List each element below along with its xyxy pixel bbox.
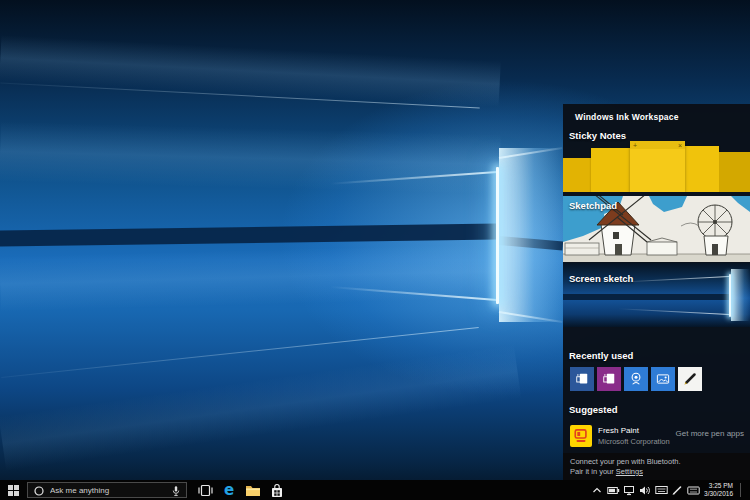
windows-ink-workspace-panel: Windows Ink Workspace Sticky Notes + × xyxy=(563,104,750,480)
mail-app-tile[interactable] xyxy=(570,367,594,391)
sticky-note-add-icon[interactable]: + xyxy=(633,142,637,149)
pen-sketch-app-tile[interactable] xyxy=(678,367,702,391)
file-explorer-icon xyxy=(245,484,261,497)
onenote-app-tile[interactable] xyxy=(597,367,621,391)
pen-app-icon xyxy=(681,370,699,388)
taskbar-clock[interactable]: 3:25 PM 3/30/2016 xyxy=(701,482,735,498)
show-desktop-button[interactable] xyxy=(745,480,750,500)
camera-app-tile[interactable] xyxy=(624,367,648,391)
photos-app-icon xyxy=(654,370,672,388)
system-tray: 3:25 PM 3/30/2016 xyxy=(589,480,750,500)
screen-sketch-label: Screen sketch xyxy=(569,273,633,284)
suggested-app-name[interactable]: Fresh Paint xyxy=(598,426,639,435)
fresh-paint-logo xyxy=(572,427,590,445)
store-icon xyxy=(270,483,284,498)
suggested-app-publisher: Microsoft Corporation xyxy=(598,437,670,446)
file-explorer-button[interactable] xyxy=(241,480,265,500)
taskbar: e xyxy=(0,480,750,500)
pen-icon xyxy=(671,484,683,496)
tray-expand-button[interactable] xyxy=(589,480,605,500)
sticky-notes-preview[interactable]: + × xyxy=(563,141,750,192)
windows-logo-icon xyxy=(8,485,19,496)
microphone-icon[interactable] xyxy=(170,485,182,497)
sticky-note xyxy=(685,146,719,192)
light-beam xyxy=(0,121,501,194)
recently-used-apps xyxy=(570,367,702,391)
onenote-app-icon xyxy=(600,370,618,388)
footer-line2-text: Pair it in your xyxy=(570,467,616,476)
store-button[interactable] xyxy=(265,480,289,500)
recently-used-label: Recently used xyxy=(569,350,633,361)
footer-line2: Pair it in your Settings xyxy=(570,467,643,476)
network-icon xyxy=(623,485,635,496)
search-input[interactable] xyxy=(50,483,168,497)
cortana-search-box[interactable] xyxy=(27,482,187,498)
camera-app-icon xyxy=(627,370,645,388)
mini-wallpaper-crossbar xyxy=(563,294,729,300)
sticky-note xyxy=(591,148,630,192)
sticky-note xyxy=(719,152,750,192)
clock-time: 3:25 PM xyxy=(701,482,733,490)
speaker-icon xyxy=(639,485,651,496)
mini-wallpaper-edge xyxy=(618,276,729,283)
mail-app-icon xyxy=(573,370,591,388)
light-beam xyxy=(0,243,501,311)
screen-sketch-preview[interactable]: Screen sketch xyxy=(563,263,750,327)
desktop: Windows Ink Workspace Sticky Notes + × xyxy=(0,0,750,500)
sketchpad-preview[interactable]: Sketchpad xyxy=(563,196,750,262)
sticky-note-front: + × xyxy=(630,141,685,192)
fresh-paint-app-icon[interactable] xyxy=(570,425,592,447)
window-glow xyxy=(499,148,563,322)
edge-button[interactable]: e xyxy=(217,480,241,500)
clock-date: 3/30/2016 xyxy=(701,490,733,498)
footer-line1: Connect your pen with Bluetooth. xyxy=(570,457,681,466)
sketchpad-label: Sketchpad xyxy=(569,200,617,211)
windows-ink-workspace-button[interactable] xyxy=(669,480,685,500)
sticky-note-close-icon[interactable]: × xyxy=(678,142,682,149)
keyboard-layout-button[interactable] xyxy=(685,480,701,500)
chevron-up-icon xyxy=(592,486,602,494)
edge-icon: e xyxy=(224,483,234,498)
mini-wallpaper-edge xyxy=(618,308,729,315)
task-view-button[interactable] xyxy=(193,480,217,500)
touch-keyboard-button[interactable] xyxy=(653,480,669,500)
start-button[interactable] xyxy=(0,480,26,500)
volume-button[interactable] xyxy=(637,480,653,500)
task-view-icon xyxy=(198,484,213,497)
get-more-pen-apps-link[interactable]: Get more pen apps xyxy=(676,429,744,438)
network-button[interactable] xyxy=(621,480,637,500)
pen-pairing-footer: Connect your pen with Bluetooth. Pair it… xyxy=(563,453,750,480)
panel-title: Windows Ink Workspace xyxy=(575,112,679,122)
keyboard-icon xyxy=(687,486,700,495)
touch-keyboard-icon xyxy=(655,485,668,495)
taskbar-separator xyxy=(740,483,741,497)
window-crossbar xyxy=(0,224,497,247)
cortana-circle-icon xyxy=(34,486,44,496)
battery-icon xyxy=(607,486,620,495)
sticky-notes-label: Sticky Notes xyxy=(569,130,626,141)
photos-app-tile[interactable] xyxy=(651,367,675,391)
light-beam xyxy=(0,344,521,471)
battery-button[interactable] xyxy=(605,480,621,500)
settings-link[interactable]: Settings xyxy=(616,467,643,476)
suggested-label: Suggested xyxy=(569,404,618,415)
mini-wallpaper-edge xyxy=(729,274,731,317)
mini-wallpaper-glow xyxy=(731,269,750,321)
window-edge xyxy=(496,167,499,304)
